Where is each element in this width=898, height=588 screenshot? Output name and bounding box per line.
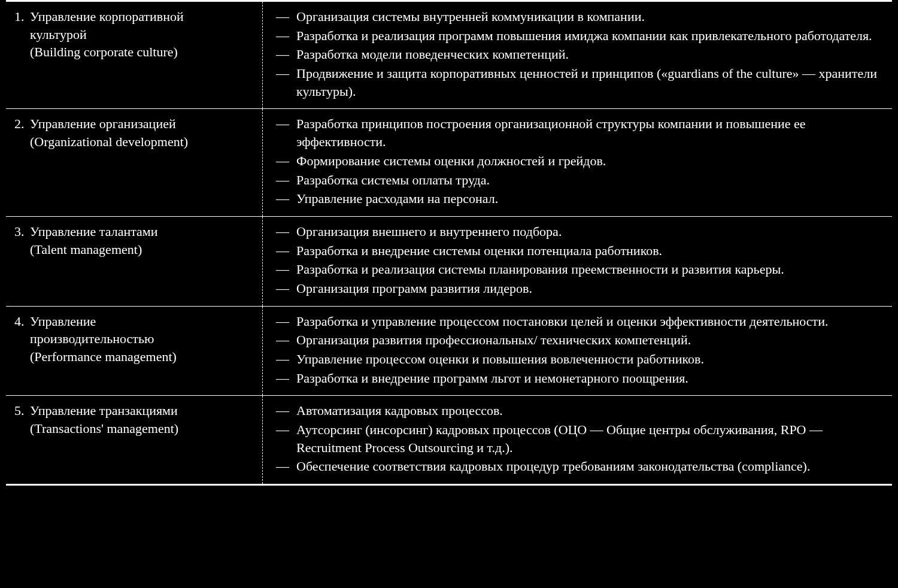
document-page: 1.Управление корпоративнойкультурой(Buil… (0, 0, 898, 486)
row-number: 5. (14, 402, 30, 437)
row-title: Управление организацией(Organizational d… (30, 115, 254, 150)
list-item: Обеспечение соответствия кадровых процед… (276, 457, 880, 475)
row-title-line: Управление организацией (30, 115, 254, 133)
row-title: Управлениепроизводительностью(Performanc… (30, 313, 254, 366)
row-title-line: Управление корпоративной (30, 8, 254, 26)
row-number: 3. (14, 223, 30, 258)
row-title-cell: 5.Управление транзакциями(Transactions' … (6, 396, 263, 485)
row-items-list: Автоматизация кадровых процессов.Аутсорс… (276, 402, 880, 475)
row-title-line: (Performance management) (30, 348, 254, 366)
row-items-cell: Разработка и управление процессом постан… (263, 306, 893, 396)
row-number: 4. (14, 313, 30, 366)
row-title: Управление корпоративнойкультурой(Buildi… (30, 8, 254, 61)
list-item: Автоматизация кадровых процессов. (276, 402, 880, 420)
row-items-cell: Автоматизация кадровых процессов.Аутсорс… (263, 396, 893, 485)
row-title-line: (Talent management) (30, 241, 254, 259)
row-items-list: Разработка принципов построения организа… (276, 115, 880, 207)
list-item: Аутсорсинг (инсорсинг) кадровых процессо… (276, 421, 880, 456)
row-title: Управление талантами(Talent management) (30, 223, 254, 258)
list-item: Разработка и реализация системы планиров… (276, 260, 880, 278)
list-item: Организация системы внутренней коммуника… (276, 8, 880, 26)
list-item: Управление расходами на персонал. (276, 190, 880, 208)
list-item: Продвижение и защита корпоративных ценно… (276, 65, 880, 100)
row-title-line: Управление транзакциями (30, 402, 254, 420)
row-title-line: Управление талантами (30, 223, 254, 241)
row-title-line: производительностью (30, 330, 254, 348)
table-row: 3.Управление талантами(Talent management… (6, 216, 892, 306)
row-title-line: Управление (30, 313, 254, 331)
row-items-cell: Организация внешнего и внутреннего подбо… (263, 216, 893, 306)
list-item: Формирование системы оценки должностей и… (276, 152, 880, 170)
row-number: 1. (14, 8, 30, 61)
table-row: 2.Управление организацией(Organizational… (6, 109, 892, 216)
row-title-cell: 4.Управлениепроизводительностью(Performa… (6, 306, 263, 396)
table-row: 4.Управлениепроизводительностью(Performa… (6, 306, 892, 396)
row-title-cell: 2.Управление организацией(Organizational… (6, 109, 263, 216)
list-item: Управление процессом оценки и повышения … (276, 350, 880, 368)
row-items-list: Организация внешнего и внутреннего подбо… (276, 223, 880, 298)
row-title-line: (Building corporate culture) (30, 43, 254, 61)
row-title-cell: 1.Управление корпоративнойкультурой(Buil… (6, 1, 263, 109)
row-title-line: (Organizational development) (30, 133, 254, 151)
list-item: Разработка и управление процессом постан… (276, 313, 880, 331)
list-item: Разработка и внедрение системы оценки по… (276, 242, 880, 260)
row-title-line: (Transactions' management) (30, 420, 254, 438)
table-row: 5.Управление транзакциями(Transactions' … (6, 396, 892, 485)
list-item: Разработка модели поведенческих компетен… (276, 46, 880, 63)
row-items-cell: Разработка принципов построения организа… (263, 109, 893, 216)
list-item: Разработка системы оплаты труда. (276, 171, 880, 189)
list-item: Разработка и внедрение программ льгот и … (276, 369, 880, 387)
list-item: Организация развития профессиональных/ т… (276, 331, 880, 349)
list-item: Организация внешнего и внутреннего подбо… (276, 223, 880, 241)
hr-functions-table: 1.Управление корпоративнойкультурой(Buil… (6, 0, 892, 486)
row-title: Управление транзакциями(Transactions' ma… (30, 402, 254, 437)
table-row: 1.Управление корпоративнойкультурой(Buil… (6, 1, 892, 109)
list-item: Организация программ развития лидеров. (276, 280, 880, 298)
row-items-list: Организация системы внутренней коммуника… (276, 8, 880, 100)
row-items-list: Разработка и управление процессом постан… (276, 313, 880, 387)
row-number: 2. (14, 115, 30, 150)
list-item: Разработка принципов построения организа… (276, 115, 880, 150)
row-title-cell: 3.Управление талантами(Talent management… (6, 216, 263, 306)
list-item: Разработка и реализация программ повышен… (276, 27, 880, 45)
row-items-cell: Организация системы внутренней коммуника… (263, 1, 893, 109)
row-title-line: культурой (30, 26, 254, 44)
